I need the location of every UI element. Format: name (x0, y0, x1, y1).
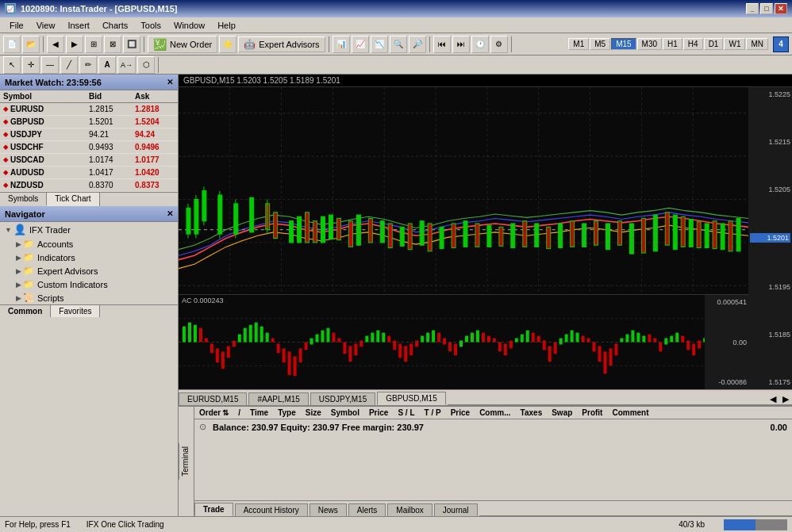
mw-row-gbpusd[interactable]: ◆GBPUSD 1.5201 1.5204 (0, 116, 178, 128)
tab-journal[interactable]: Journal (434, 503, 478, 516)
close-button[interactable]: ✕ (775, 3, 787, 14)
ask-audusd: 1.0420 (132, 167, 178, 178)
draw-a2[interactable]: A→ (117, 56, 136, 74)
svg-rect-48 (440, 227, 444, 248)
tf-h4[interactable]: H4 (683, 38, 703, 50)
tb-btn1[interactable]: ◀ (47, 36, 64, 53)
ac-scale-bot: -0.00086 (706, 378, 747, 386)
svg-rect-147 (487, 336, 490, 343)
menu-view[interactable]: View (30, 19, 62, 32)
svg-rect-180 (670, 336, 673, 343)
menu-tools[interactable]: Tools (134, 19, 167, 32)
draw-line[interactable]: ╱ (60, 56, 78, 74)
tf-d1[interactable]: D1 (704, 38, 724, 50)
tb-btn9[interactable]: 📉 (371, 36, 388, 53)
expert-advisors-button[interactable]: 🤖 Expert Advisors (238, 36, 325, 52)
tf-m1[interactable]: M1 (568, 38, 589, 50)
chart-tab-usdjpy[interactable]: USDJPY,M15 (310, 392, 375, 405)
menu-insert[interactable]: Insert (61, 19, 96, 32)
tb-btn11[interactable]: 🔎 (409, 36, 426, 53)
mw-tab-tick[interactable]: Tick Chart (47, 193, 99, 206)
chart-container[interactable]: 29 Mar 2013 29 Mar 04:00 29 Mar 06:00 29… (179, 87, 792, 389)
draw-hline[interactable]: — (41, 56, 59, 74)
svg-rect-49 (452, 224, 456, 247)
tf-w1[interactable]: W1 (724, 38, 745, 50)
svg-rect-135 (421, 336, 424, 343)
mw-row-eurusd[interactable]: ◆EURUSD 1.2815 1.2818 (0, 103, 178, 116)
window-title: 1020890: InstaTrader - [GBPUSD,M15] (21, 4, 177, 13)
tab-account-history[interactable]: Account History (235, 503, 308, 516)
tb-btn6[interactable]: ⭐ (219, 36, 236, 53)
tab-mailbox[interactable]: Mailbox (387, 503, 432, 516)
mw-row-usdjpy[interactable]: ◆USDJPY 94.21 94.24 (0, 128, 178, 141)
svg-rect-109 (277, 343, 280, 353)
nav-indicators[interactable]: ▶ 📁 Indicators (0, 251, 178, 264)
menu-charts[interactable]: Charts (96, 19, 134, 32)
tab-news[interactable]: News (309, 503, 347, 516)
svg-rect-149 (498, 343, 502, 352)
nav-expert-advisors[interactable]: ▶ 📁 Expert Advisors (0, 264, 178, 277)
draw-cursor[interactable]: ↖ (3, 56, 21, 74)
tb-btn10[interactable]: 🔍 (390, 36, 407, 53)
col-sl: S / L (393, 408, 419, 418)
market-watch-close[interactable]: ✕ (167, 78, 173, 86)
mw-row-usdchf[interactable]: ◆USDCHF 0.9493 0.9496 (0, 141, 178, 154)
tf-mn[interactable]: MN (746, 38, 768, 50)
svg-rect-54 (511, 224, 515, 247)
nav-scripts[interactable]: ▶ 📜 Scripts (0, 291, 178, 304)
chart-tab-aapl[interactable]: #AAPL,M15 (248, 392, 308, 405)
tb-btn7[interactable]: 📊 (333, 36, 350, 53)
draw-text[interactable]: A (98, 56, 116, 74)
mw-row-audusd[interactable]: ◆AUDUSD 1.0417 1.0420 (0, 166, 178, 179)
new-order-button[interactable]: 💹 New Order (148, 36, 217, 53)
draw-shapes[interactable]: ⬡ (137, 56, 155, 74)
tf-m15[interactable]: M15 (611, 38, 636, 50)
tb-new-btn[interactable]: 📄 (3, 36, 21, 53)
tb-btn12[interactable]: ⏮ (433, 36, 451, 53)
tb-btn2[interactable]: ▶ (66, 36, 83, 53)
svg-rect-167 (598, 346, 602, 362)
tf-h1[interactable]: H1 (663, 38, 682, 50)
tb-btn3[interactable]: ⊞ (85, 36, 102, 53)
nav-tab-favorites[interactable]: Favorites (51, 305, 100, 317)
mw-row-nzdusd[interactable]: ◆NZDUSD 0.8370 0.8373 (0, 179, 178, 192)
tb-btn14[interactable]: 🕐 (471, 36, 489, 53)
chart-scroll-right[interactable]: ▶ (779, 394, 792, 405)
draw-crosshair[interactable]: ✛ (22, 56, 40, 74)
mw-row-usdcad[interactable]: ◆USDCAD 1.0174 1.0177 (0, 154, 178, 166)
draw-pencil[interactable]: ✏ (79, 56, 97, 74)
maximize-button[interactable]: □ (760, 3, 773, 14)
menu-help[interactable]: Help (211, 19, 242, 32)
tab-alerts[interactable]: Alerts (348, 503, 386, 516)
person-icon: 👤 (13, 224, 26, 235)
tb-btn8[interactable]: 📈 (352, 36, 369, 53)
chart-scroll-left[interactable]: ◀ (767, 394, 779, 405)
nav-tab-common[interactable]: Common (0, 305, 51, 317)
ask-nzdusd: 0.8373 (132, 180, 178, 190)
navigator-close[interactable]: ✕ (167, 209, 173, 218)
nav-accounts[interactable]: ▶ 📁 Accounts (0, 237, 178, 251)
tb-btn4[interactable]: ⊠ (104, 36, 121, 53)
svg-rect-176 (648, 335, 651, 343)
chart-tab-eurusd[interactable]: EURUSD,M15 (179, 392, 247, 405)
tb-btn15[interactable]: ⚙ (490, 36, 508, 53)
chart-tab-gbpusd[interactable]: GBPUSD,M15 (377, 392, 445, 405)
mw-tab-symbols[interactable]: Symbols (0, 193, 47, 206)
svg-rect-143 (465, 336, 468, 343)
svg-rect-160 (559, 339, 563, 345)
nav-custom-indicators[interactable]: ▶ 📁 Custom Indicators (0, 277, 178, 291)
bid-audusd: 1.0417 (86, 167, 132, 178)
svg-rect-138 (437, 333, 440, 343)
nav-ifx-trader[interactable]: ▼ 👤 IFX Trader (0, 222, 178, 237)
tb-btn13[interactable]: ⏭ (452, 36, 470, 53)
tf-m30[interactable]: M30 (637, 38, 662, 50)
price-5: 1.5185 (750, 331, 790, 339)
minimize-button[interactable]: _ (746, 3, 759, 14)
menu-window[interactable]: Window (167, 19, 211, 32)
tf-m5[interactable]: M5 (590, 38, 610, 50)
tb-btn5[interactable]: 🔲 (123, 36, 140, 53)
bottom-section: Terminal Order ⇅ / Time Type Size Symbol… (179, 405, 792, 516)
menu-file[interactable]: File (3, 19, 30, 32)
tab-trade[interactable]: Trade (194, 503, 233, 516)
tb-open-btn[interactable]: 📂 (22, 36, 40, 53)
